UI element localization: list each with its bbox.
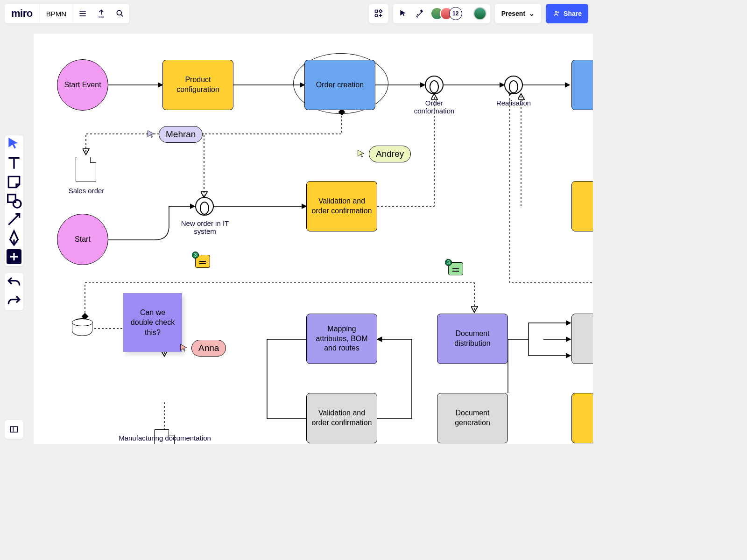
new-order-gateway[interactable] [195,197,214,216]
present-label: Present [501,10,525,17]
ma-node[interactable]: Ma [571,314,593,364]
collaborator-cursor-mehran: Mehran [147,126,203,143]
search-icon[interactable] [111,4,129,23]
frames-panel-button[interactable] [5,420,23,439]
cursor-label: Andrey [369,146,411,162]
svg-rect-21 [11,427,18,432]
document-generation-node[interactable]: Document generation [437,393,508,443]
validation-confirm-node[interactable]: Validation and order confirmation [306,181,377,231]
more-tools[interactable] [7,249,21,264]
connector-tool[interactable] [5,210,23,229]
document-distribution-node[interactable]: Document distribution [437,314,508,364]
export-icon[interactable] [92,4,111,23]
mapping-node[interactable]: Mapping attributes, BOM and routes [306,314,377,364]
collaborator-count: 12 [449,7,462,20]
comment-pin[interactable]: 3 [195,255,210,268]
cursor-icon [147,130,156,139]
order-conformation-label: Order conformation [407,99,461,115]
sales-order-label: Sales order [61,187,112,195]
reactions-icon[interactable] [414,7,427,20]
tool-palette [5,135,23,266]
sticky-note[interactable]: Can we double check this? [123,293,182,352]
order-creation-node[interactable]: Order creation [304,60,375,110]
redo-button[interactable] [5,292,23,310]
collaborator-cursor-anna: Anna [179,340,226,357]
manufacturing-doc-label: Manufacturing documentation [116,434,214,442]
menu-icon[interactable] [73,4,92,23]
database-icon[interactable] [72,318,92,336]
svg-line-4 [121,14,123,17]
svg-rect-5 [375,10,377,13]
sticky-note-text: Can we double check this? [123,293,182,352]
realisation-label: Realisation [495,99,532,107]
svg-point-16 [13,200,21,208]
sticky-note-tool[interactable] [5,173,23,191]
new-order-label: New order in IT system [174,219,236,235]
shape-tool[interactable] [5,191,23,210]
chevron-down-icon[interactable]: ⌄ [525,10,538,17]
cursor-icon [179,343,189,353]
svg-marker-6 [379,10,382,13]
svg-point-7 [375,14,377,17]
sales-order-doc-icon[interactable] [76,157,96,182]
undo-button[interactable] [5,273,23,292]
app-logo[interactable]: miro [5,4,40,23]
svg-line-17 [8,214,19,224]
inv-node[interactable]: Inv [571,181,593,231]
start-node[interactable]: Start [57,214,108,265]
share-label: Share [564,10,582,17]
validation-confirm2-node[interactable]: Validation and order confirmation [306,393,377,443]
svg-point-3 [117,10,121,15]
svg-point-10 [555,11,557,13]
select-tool[interactable] [5,135,23,154]
product-configuration-node[interactable]: Product configuration [162,60,233,110]
collaborator-avatars[interactable]: 12 [430,7,462,20]
cursor-mode-icon[interactable] [397,7,410,20]
board-name[interactable]: BPMN [40,4,73,23]
realisation-gateway[interactable] [504,76,523,94]
collaborator-cursor-andrey: Andrey [357,146,411,162]
offscreen-blue-node[interactable] [571,60,593,110]
text-tool[interactable] [5,154,23,173]
share-button[interactable]: Share [546,4,588,23]
current-user-avatar[interactable] [473,7,486,20]
pen-tool[interactable] [5,229,23,247]
cursor-icon [357,149,366,159]
apps-icon[interactable] [369,4,388,23]
present-button[interactable]: Present ⌄ [495,4,541,23]
order-conformation-gateway[interactable] [425,76,444,94]
p-node[interactable]: P [571,393,593,443]
cursor-label: Mehran [159,126,203,143]
start-event-node[interactable]: Start Event [57,59,108,111]
cursor-label: Anna [191,340,226,357]
canvas[interactable]: Start Event Product configuration Order … [34,34,593,444]
comment-pin[interactable]: 3 [448,262,463,275]
